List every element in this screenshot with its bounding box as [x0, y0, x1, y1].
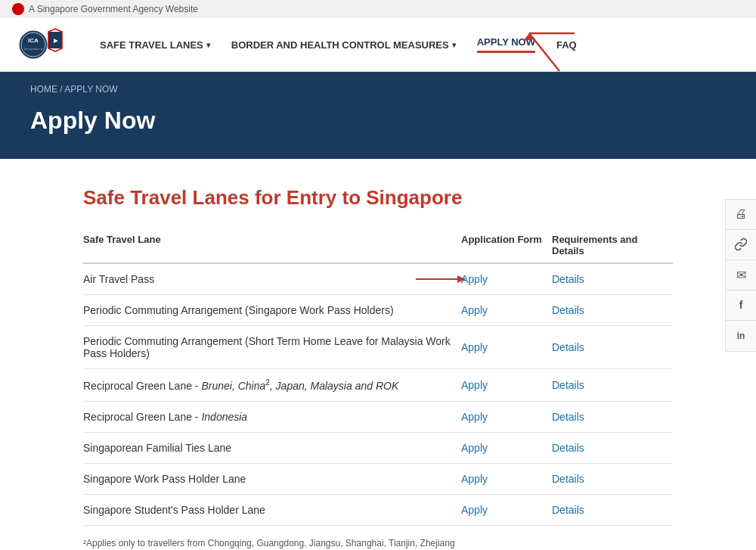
apply-cell: Apply — [461, 401, 552, 432]
lane-cell: Singapore Work Pass Holder Lane — [83, 463, 461, 494]
apply-link[interactable]: Apply — [461, 411, 488, 423]
main-nav: SAFE TRAVEL LANES ▾ BORDER AND HEALTH CO… — [100, 36, 577, 53]
nav-border-health[interactable]: BORDER AND HEALTH CONTROL MEASURES ▾ — [231, 39, 456, 51]
col-header-application: Application Form — [461, 228, 552, 263]
lane-cell: Periodic Commuting Arrangement (Short Te… — [83, 326, 461, 369]
print-button[interactable]: 🖨 — [726, 200, 756, 230]
lane-cell: Air Travel Pass — [83, 263, 461, 295]
details-link[interactable]: Details — [552, 473, 584, 485]
logo-area: ICA Immigration & ▶ — [18, 26, 64, 64]
apply-link[interactable]: Apply — [461, 304, 488, 316]
table-row: Periodic Commuting Arrangement (Singapor… — [83, 295, 673, 326]
lane-cell: Reciprocal Green Lane - Indonesia — [83, 401, 461, 432]
apply-link[interactable]: Apply — [461, 379, 488, 391]
copy-link-button[interactable] — [726, 230, 756, 260]
breadcrumb-current: APPLY NOW — [64, 84, 117, 95]
gov-logo-icon — [12, 3, 24, 15]
apply-cell: Apply — [461, 295, 552, 326]
facebook-button[interactable]: f — [726, 291, 756, 321]
table-row: Periodic Commuting Arrangement (Short Te… — [83, 326, 673, 369]
apply-link[interactable]: Apply — [461, 341, 488, 353]
details-link[interactable]: Details — [552, 504, 584, 516]
table-row: Singapore Work Pass Holder LaneApplyDeta… — [83, 463, 673, 494]
chevron-down-icon: ▾ — [206, 41, 210, 49]
details-cell: Details — [552, 432, 673, 463]
col-header-lane: Safe Travel Lane — [83, 228, 461, 263]
nav-faq[interactable]: FAQ — [556, 39, 577, 51]
header: ICA Immigration & ▶ SAFE TRAVEL LANES ▾ … — [0, 18, 756, 72]
apply-link[interactable]: Apply — [461, 504, 488, 516]
nav-apply-now[interactable]: APPLY NOW — [477, 36, 535, 53]
breadcrumb-separator: / — [60, 84, 62, 95]
details-link[interactable]: Details — [552, 442, 584, 454]
page-title: Apply Now — [30, 107, 726, 135]
lanes-table: Safe Travel Lane Application Form Requir… — [83, 228, 673, 526]
table-row: Singaporean Familial Ties LaneApplyDetai… — [83, 432, 673, 463]
apply-cell: Apply — [461, 326, 552, 369]
table-row: Reciprocal Green Lane - IndonesiaApplyDe… — [83, 401, 673, 432]
breadcrumb: HOME / APPLY NOW — [30, 84, 726, 95]
footnote: ²Applies only to travellers from Chongqi… — [83, 538, 673, 548]
lane-cell: Singapore Student's Pass Holder Lane — [83, 494, 461, 525]
svg-point-0 — [20, 31, 47, 58]
gov-banner: A Singapore Government Agency Website — [0, 0, 756, 18]
breadcrumb-home[interactable]: HOME — [30, 84, 57, 95]
apply-cell: Apply — [461, 494, 552, 525]
col-header-requirements: Requirements and Details — [552, 228, 673, 263]
table-row: Reciprocal Green Lane - Brunei, China2, … — [83, 369, 673, 402]
svg-text:Immigration &: Immigration & — [24, 47, 43, 51]
apply-cell: Apply — [461, 369, 552, 402]
details-cell: Details — [552, 401, 673, 432]
details-link[interactable]: Details — [552, 341, 584, 353]
email-button[interactable]: ✉ — [726, 260, 756, 291]
details-link[interactable]: Details — [552, 411, 584, 423]
details-link[interactable]: Details — [552, 273, 584, 285]
svg-text:ICA: ICA — [28, 37, 39, 44]
lane-cell: Periodic Commuting Arrangement (Singapor… — [83, 295, 461, 326]
apply-link[interactable]: Apply — [461, 473, 488, 485]
apply-cell: Apply — [461, 463, 552, 494]
lane-cell: Reciprocal Green Lane - Brunei, China2, … — [83, 369, 461, 402]
details-cell: Details — [552, 326, 673, 369]
apply-cell: Apply — [461, 263, 552, 295]
details-cell: Details — [552, 369, 673, 402]
nav-safe-travel-lanes[interactable]: SAFE TRAVEL LANES ▾ — [100, 39, 210, 51]
details-cell: Details — [552, 295, 673, 326]
details-cell: Details — [552, 463, 673, 494]
main-content: Safe Travel Lanes for Entry to Singapore… — [53, 186, 703, 548]
details-cell: Details — [552, 494, 673, 525]
lane-cell: Singaporean Familial Ties Lane — [83, 432, 461, 463]
details-link[interactable]: Details — [552, 379, 584, 391]
details-link[interactable]: Details — [552, 304, 584, 316]
linkedin-button[interactable]: in — [726, 321, 756, 351]
apply-cell: Apply — [461, 432, 552, 463]
row-arrow-annotation — [416, 272, 476, 287]
sidebar-icons: 🖨 ✉ f in — [725, 199, 756, 352]
apply-link[interactable]: Apply — [461, 442, 488, 454]
chevron-down-icon: ▾ — [452, 41, 456, 49]
table-row: Singapore Student's Pass Holder LaneAppl… — [83, 494, 673, 525]
details-cell: Details — [552, 263, 673, 295]
gov-banner-text: A Singapore Government Agency Website — [29, 4, 198, 14]
hero-section: HOME / APPLY NOW Apply Now — [0, 72, 756, 159]
ica-logo[interactable]: ICA Immigration & ▶ — [18, 26, 64, 64]
section-title: Safe Travel Lanes for Entry to Singapore — [83, 186, 673, 210]
svg-marker-11 — [457, 275, 465, 283]
table-row: Air Travel Pass ApplyDetails — [83, 263, 673, 295]
